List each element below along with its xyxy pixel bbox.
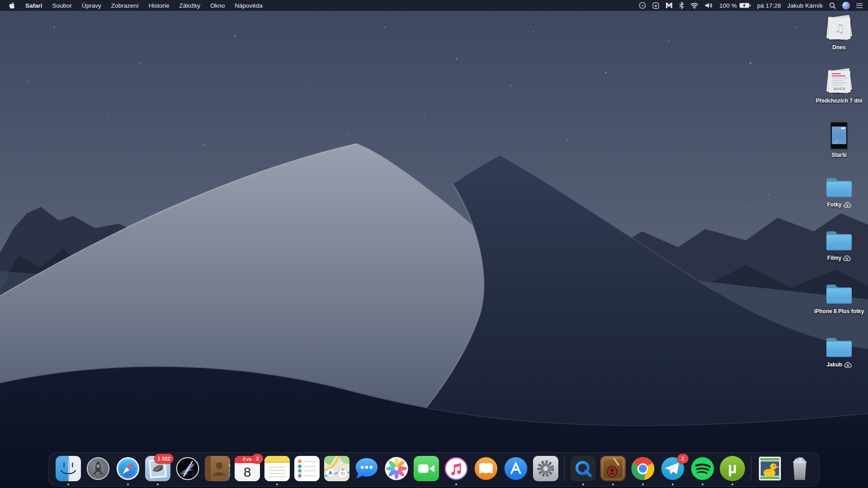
system-preferences-icon xyxy=(533,456,558,481)
siri-menu-icon[interactable] xyxy=(842,2,850,9)
spotify-icon xyxy=(690,456,715,481)
menu-soubor[interactable]: Soubor xyxy=(47,2,77,9)
desktop-label: iPhone 8 Plus fotky xyxy=(814,308,864,315)
desktop-item-dnes[interactable]: ♫ Dnes xyxy=(826,15,852,69)
photos-icon xyxy=(384,456,409,481)
messages-icon xyxy=(354,456,379,481)
folder-icon xyxy=(825,282,853,305)
menu-napoveda[interactable]: Nápověda xyxy=(230,2,268,9)
docx-file-type-label: DOCX xyxy=(834,86,845,90)
menu-zalozky[interactable]: Záložky xyxy=(174,2,205,9)
notification-center-icon[interactable] xyxy=(856,3,863,8)
dock-item-contacts[interactable] xyxy=(205,456,230,486)
dock-item-facetime[interactable] xyxy=(414,456,439,486)
content-blocker-star-icon[interactable]: ★ xyxy=(652,2,659,9)
dock-item-photos[interactable] xyxy=(384,456,409,486)
desktop-item-filmy[interactable]: Filmy xyxy=(825,229,853,282)
adobe-creative-cloud-icon[interactable]: ∞ xyxy=(639,2,646,9)
desktop-label: Jakub xyxy=(826,361,842,368)
contacts-icon xyxy=(205,456,230,481)
menu-upravy[interactable]: Úpravy xyxy=(77,2,106,9)
dock-item-trash[interactable] xyxy=(787,456,812,486)
dock-item-telegram[interactable]: 2 xyxy=(660,456,685,486)
dock-item-calendar[interactable]: 2 ČVN 8 xyxy=(235,456,260,486)
running-indicator xyxy=(157,483,159,485)
dock-item-cyberduck[interactable] xyxy=(757,456,783,486)
user-menu[interactable]: Jakub Kárník xyxy=(787,2,823,9)
running-indicator xyxy=(582,483,584,485)
active-app-name[interactable]: Safari xyxy=(20,2,47,9)
desktop-icon-column: ♫ Dnes DOCX Předchozích 7 dní Starší Fot… xyxy=(811,15,867,389)
dock-item-finder[interactable] xyxy=(56,456,81,486)
dock-panel: 1 022 xyxy=(48,452,820,487)
dock-item-chrome[interactable] xyxy=(630,456,656,486)
music-note-icon: ♫ xyxy=(834,22,845,35)
icloud-download-icon xyxy=(844,362,852,368)
desktop-item-iphone-8-plus-fotky[interactable]: iPhone 8 Plus fotky xyxy=(814,282,864,335)
maps-icon: 3D xyxy=(324,456,349,481)
menu-bar: Safari Soubor Úpravy Zobrazení Historie … xyxy=(0,0,868,11)
desktop-item-starsi[interactable]: Starší xyxy=(830,122,848,175)
battery-status[interactable]: 100 % xyxy=(719,2,750,9)
quicktime-icon xyxy=(571,456,596,481)
folder-icon xyxy=(825,335,853,359)
volume-icon[interactable] xyxy=(705,2,713,9)
menu-bar-clock[interactable]: pá 17:28 xyxy=(757,2,781,9)
dock-item-app-store[interactable] xyxy=(503,456,528,486)
menu-zobrazeni[interactable]: Zobrazení xyxy=(106,2,144,9)
desktop-label: Filmy xyxy=(827,255,841,262)
dock-item-mail[interactable]: 1 022 xyxy=(145,456,170,486)
dock-item-books[interactable] xyxy=(473,456,499,486)
audio-file-stack-icon: ♫ xyxy=(826,15,852,42)
dock-item-utorrent[interactable]: µ xyxy=(720,456,745,486)
desktop-item-predchozich-7-dni[interactable]: DOCX Předchozích 7 dní xyxy=(816,69,863,122)
dock-item-itunes[interactable] xyxy=(443,456,469,486)
running-indicator xyxy=(127,483,129,485)
bluetooth-icon[interactable] xyxy=(679,2,684,9)
running-indicator xyxy=(276,483,278,485)
dock-item-quicktime[interactable] xyxy=(571,456,596,486)
dock-item-maps[interactable]: 3D xyxy=(324,456,349,486)
running-indicator xyxy=(612,483,614,485)
menu-bar-left: Safari Soubor Úpravy Zobrazení Historie … xyxy=(5,2,268,9)
folder-icon xyxy=(825,229,853,252)
running-indicator xyxy=(672,483,674,485)
spotlight-search-icon[interactable] xyxy=(829,2,836,9)
dock-item-messages[interactable] xyxy=(354,456,379,486)
desktop-item-fotky[interactable]: Fotky xyxy=(825,175,853,229)
dock-separator xyxy=(751,456,751,482)
battery-percent: 100 % xyxy=(719,2,736,9)
dock-item-siri[interactable] xyxy=(175,456,200,486)
dock-item-reminders[interactable] xyxy=(294,456,320,486)
dock-item-launchpad[interactable] xyxy=(85,456,111,486)
battery-charging-icon xyxy=(739,3,751,8)
dock-item-garageband[interactable] xyxy=(600,456,626,486)
dock-item-system-preferences[interactable] xyxy=(533,456,558,486)
mojave-night-wallpaper xyxy=(0,0,868,488)
desktop-item-jakub[interactable]: Jakub xyxy=(825,335,853,389)
running-indicator xyxy=(731,483,733,485)
running-indicator xyxy=(702,483,703,485)
menu-historie[interactable]: Historie xyxy=(144,2,175,9)
macos-desktop: { "menubar": { "app_name": "Safari", "me… xyxy=(0,0,868,488)
running-indicator xyxy=(67,483,69,485)
apple-menu[interactable] xyxy=(5,2,20,9)
desktop-label: Předchozích 7 dní xyxy=(816,98,863,104)
dock-item-notes[interactable] xyxy=(264,456,290,486)
icloud-download-icon xyxy=(844,202,851,208)
mail-unread-badge: 1 022 xyxy=(154,454,174,464)
dock-item-safari[interactable] xyxy=(115,456,141,486)
garageband-icon xyxy=(600,456,626,481)
maps-3d-label: 3D xyxy=(340,471,345,476)
telegram-badge: 2 xyxy=(677,454,689,464)
running-indicator xyxy=(642,483,644,485)
wifi-icon[interactable] xyxy=(690,2,698,9)
malwarebytes-icon[interactable] xyxy=(665,2,673,9)
icloud-download-icon xyxy=(843,255,851,261)
utorrent-mu-glyph: µ xyxy=(728,460,737,475)
launchpad-icon xyxy=(85,456,111,481)
dock-item-spotify[interactable] xyxy=(690,456,715,486)
desktop-label: Starší xyxy=(831,152,846,159)
menu-okno[interactable]: Okno xyxy=(205,2,230,9)
trash-full-icon xyxy=(787,456,812,481)
